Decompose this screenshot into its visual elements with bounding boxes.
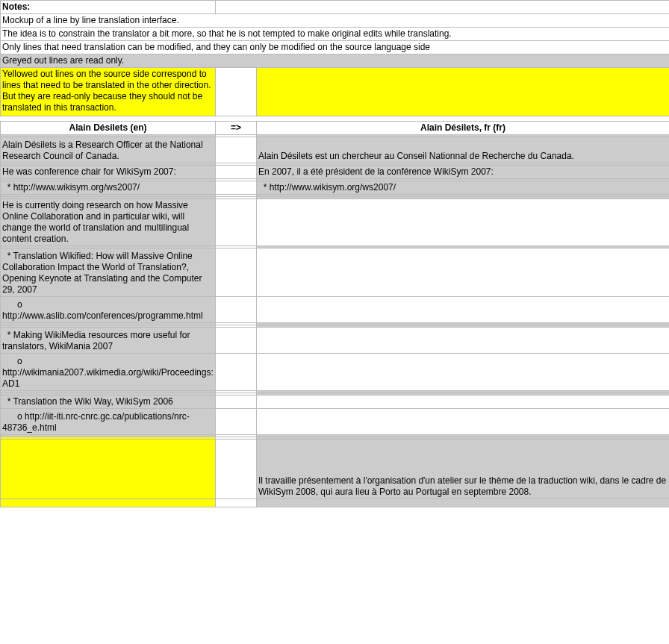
source-cell-3: He was conference chair for WikiSym 2007…	[1, 166, 216, 179]
spacer-row	[1, 116, 670, 122]
target-cell-11[interactable]	[257, 297, 670, 323]
source-cell-19: o http://iit-iti.nrc-cnrc.gc.ca/publicat…	[1, 409, 216, 435]
source-cell-8: He is currently doing research on how Ma…	[1, 199, 216, 246]
source-cell-18: * Translation the Wiki Way, WikiSym 2006	[1, 396, 216, 409]
target-cell-1: Alain Désilets est un chercheur au Conse…	[257, 137, 670, 163]
mid-cell-3	[216, 166, 257, 179]
notes-yellow-right	[257, 68, 670, 116]
notes-line-2: Only lines that need translation can be …	[1, 41, 670, 54]
target-cell-19[interactable]	[257, 409, 670, 435]
source-cell-5: * http://www.wikisym.org/ws2007/	[1, 181, 216, 195]
header-arrow: =>	[216, 122, 257, 135]
mid-cell-22	[216, 440, 257, 499]
mid-cell-14	[216, 328, 257, 354]
source-cell-15: o http://wikimania2007.wikimedia.org/wik…	[1, 354, 216, 391]
notes-line-1: The idea is to constrain the translator …	[1, 28, 670, 41]
target-cell-23	[257, 499, 670, 507]
notes-yellow-text: Yellowed out lines on the source side co…	[1, 68, 216, 116]
source-cell-22	[1, 440, 216, 499]
mid-cell-8	[216, 199, 257, 246]
mid-cell-15	[216, 354, 257, 391]
notes-blank	[216, 1, 670, 14]
notes-line-0: Mockup of a line by line translation int…	[1, 14, 670, 28]
mid-cell-11	[216, 297, 257, 323]
target-cell-5: * http://www.wikisym.org/ws2007/	[257, 181, 670, 195]
notes-grey: Greyed out lines are read only.	[1, 54, 670, 68]
mid-cell-18	[216, 396, 257, 409]
source-cell-23	[1, 499, 216, 507]
mid-cell-5	[216, 181, 257, 195]
notes-yellow-mid	[216, 68, 257, 116]
mid-cell-10	[216, 248, 257, 297]
source-cell-10: * Translation Wikified: How will Massive…	[1, 248, 216, 297]
mid-cell-1	[216, 137, 257, 163]
target-cell-3: En 2007, il a été président de la confér…	[257, 166, 670, 179]
target-cell-8[interactable]	[257, 199, 670, 246]
target-cell-10[interactable]	[257, 248, 670, 297]
header-source: Alain Désilets (en)	[1, 122, 216, 135]
target-cell-15[interactable]	[257, 354, 670, 391]
header-target: Alain Désilets, fr (fr)	[257, 122, 670, 135]
target-cell-22: Il travaille présentement à l'organisati…	[257, 440, 670, 499]
target-cell-14[interactable]	[257, 328, 670, 354]
mid-cell-19	[216, 409, 257, 435]
source-cell-11: o http://www.aslib.com/conferences/progr…	[1, 297, 216, 323]
notes-label: Notes:	[1, 1, 216, 14]
source-cell-1: Alain Désilets is a Research Officer at …	[1, 137, 216, 163]
source-cell-14: * Making WikiMedia resources more useful…	[1, 328, 216, 354]
mid-cell-23	[216, 499, 257, 507]
target-cell-18[interactable]	[257, 396, 670, 409]
